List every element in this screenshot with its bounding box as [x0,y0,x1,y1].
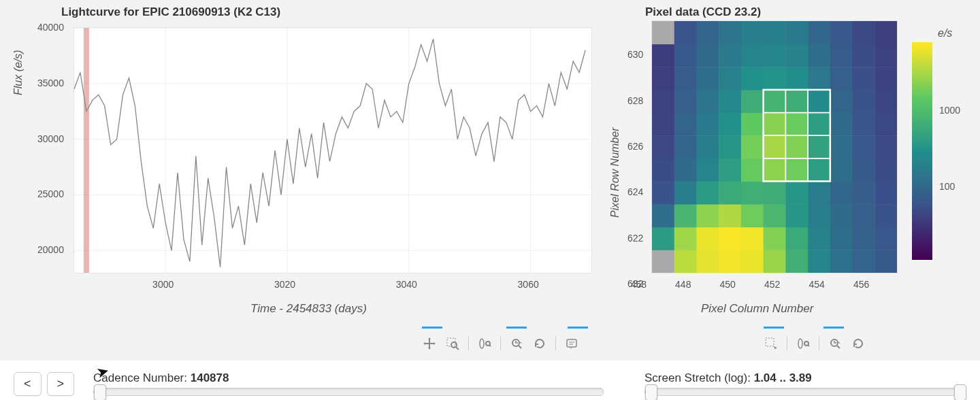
box-zoom-icon[interactable] [445,336,460,351]
tap-icon[interactable] [828,336,843,351]
stretch-slider-thumb-low[interactable] [645,384,657,400]
stretch-slider-thumb-high[interactable] [954,384,966,400]
svg-rect-93 [785,113,808,136]
tap-icon[interactable] [509,336,524,351]
pixel-xtick: 454 [808,279,824,290]
svg-rect-62 [830,181,853,204]
pixel-chart[interactable] [651,20,898,273]
lightcurve-xtick: 3000 [152,279,174,290]
svg-rect-73 [830,159,853,182]
cadence-slider[interactable] [93,388,604,396]
reset-icon[interactable] [851,336,866,351]
pixel-title: Pixel data (CCD 23.2) [645,5,761,19]
stretch-value: 1.04 .. 3.89 [754,371,812,384]
svg-rect-105 [808,90,830,113]
svg-rect-77 [674,135,697,159]
svg-rect-88 [674,113,697,136]
svg-rect-72 [808,159,830,182]
svg-rect-134 [719,21,741,44]
svg-rect-84 [830,135,853,159]
svg-rect-22 [674,250,697,273]
svg-rect-31 [875,250,897,273]
svg-rect-118 [853,67,875,90]
svg-rect-54 [652,181,674,204]
svg-rect-32 [652,227,674,250]
svg-rect-63 [853,181,875,204]
svg-rect-64 [875,181,897,204]
lightcurve-ytick: 30000 [37,133,64,144]
svg-rect-24 [719,250,741,273]
svg-rect-135 [741,21,764,44]
svg-rect-104 [785,90,808,113]
svg-rect-74 [853,159,875,182]
svg-rect-91 [741,113,764,136]
svg-rect-101 [719,90,741,113]
svg-rect-97 [875,113,897,136]
svg-rect-133 [696,21,719,44]
wheel-zoom-icon[interactable] [477,336,492,351]
svg-rect-121 [674,44,697,67]
svg-point-11 [451,342,457,348]
svg-rect-76 [652,135,674,159]
svg-rect-48 [764,204,786,227]
cadence-label: Cadence Number: 140878 [93,371,604,385]
hover-icon[interactable] [564,336,579,351]
svg-line-15 [489,345,491,346]
svg-rect-130 [875,44,897,67]
svg-rect-125 [764,44,786,67]
colorbar-tick: 1000 [939,105,960,116]
svg-rect-139 [830,21,853,44]
stretch-slider[interactable] [644,388,964,396]
lightcurve-ytick: 20000 [37,244,64,255]
svg-rect-65 [652,159,674,182]
prev-button[interactable]: < [14,372,42,396]
svg-rect-69 [741,159,764,182]
svg-rect-61 [808,181,830,204]
svg-rect-60 [785,181,808,204]
svg-rect-92 [764,113,786,136]
svg-rect-123 [719,44,741,67]
pixel-ytick: 624 [627,186,643,197]
plot-area: Lightcurve for EPIC 210690913 (K2 C13) F… [0,0,980,361]
svg-rect-119 [875,67,897,90]
svg-rect-110 [674,67,697,90]
stretch-label: Screen Stretch (log): 1.04 .. 3.89 [644,371,964,385]
lightcurve-chart[interactable] [74,27,592,273]
wheel-zoom-icon[interactable] [796,336,811,351]
svg-point-13 [480,339,484,348]
svg-rect-108 [875,90,897,113]
cadence-value: 140878 [191,371,229,384]
lightcurve-xtick: 3060 [518,279,539,290]
svg-rect-127 [808,44,830,67]
box-select-icon[interactable] [764,336,779,351]
pan-icon[interactable] [422,336,437,351]
svg-rect-52 [853,204,875,227]
svg-rect-115 [785,67,808,90]
pixel-ytick: 626 [627,141,643,152]
svg-rect-79 [719,135,741,159]
svg-rect-37 [764,227,786,250]
reset-icon[interactable] [532,336,547,351]
svg-rect-66 [674,159,697,182]
svg-rect-44 [674,204,697,227]
next-button[interactable]: > [47,372,75,396]
svg-rect-68 [719,159,741,182]
svg-rect-83 [808,135,830,159]
svg-rect-120 [652,44,674,67]
cadence-slider-thumb[interactable] [94,384,106,400]
svg-rect-38 [785,227,808,250]
lightcurve-xtick: 3020 [274,279,295,290]
pixel-ytick: 622 [627,233,643,244]
svg-rect-55 [674,181,697,204]
svg-rect-23 [696,250,719,273]
svg-rect-78 [696,135,719,159]
svg-rect-107 [853,90,875,113]
svg-rect-128 [830,44,853,67]
pixel-xtick: 458 [631,279,647,290]
svg-rect-25 [741,250,764,273]
svg-rect-95 [830,113,853,136]
svg-rect-80 [741,135,764,159]
svg-rect-99 [674,90,697,113]
svg-rect-42 [875,227,897,250]
svg-rect-94 [808,113,830,136]
